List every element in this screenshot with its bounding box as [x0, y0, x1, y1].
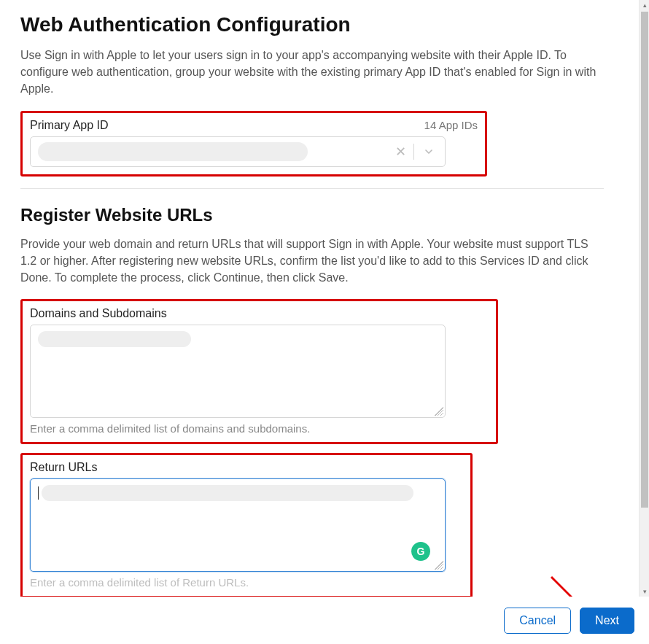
resize-handle-icon[interactable] — [435, 561, 443, 570]
chevron-down-icon[interactable] — [414, 146, 439, 158]
return-urls-help: Enter a comma delimited list of Return U… — [30, 576, 463, 589]
clear-icon[interactable]: ✕ — [388, 144, 413, 160]
return-urls-label: Return URLs — [30, 461, 463, 474]
grammarly-icon[interactable]: G — [411, 542, 430, 561]
return-urls-highlight: Return URLs G Enter a comma delimited li… — [20, 453, 473, 597]
redacted-value — [38, 142, 308, 161]
domains-highlight: Domains and Subdomains Enter a comma del… — [20, 299, 498, 444]
domains-help: Enter a comma delimited list of domains … — [30, 422, 489, 435]
primary-app-id-select[interactable]: ✕ — [30, 136, 446, 167]
register-urls-intro: Provide your web domain and return URLs … — [20, 236, 604, 287]
scroll-down-icon[interactable]: ▾ — [640, 586, 649, 597]
scrollbar[interactable]: ▴ ▾ — [639, 0, 649, 597]
register-urls-title: Register Website URLs — [20, 205, 618, 225]
config-panel: Web Authentication Configuration Use Sig… — [0, 0, 639, 597]
text-cursor — [38, 486, 39, 500]
redacted-value — [42, 485, 413, 501]
primary-app-id-count: 14 App IDs — [424, 119, 478, 131]
scrollbar-thumb[interactable] — [641, 12, 648, 508]
next-button[interactable]: Next — [580, 608, 634, 634]
domains-label: Domains and Subdomains — [30, 307, 489, 320]
page-intro: Use Sign in with Apple to let your users… — [20, 47, 604, 98]
primary-app-id-highlight: Primary App ID 14 App IDs ✕ — [20, 111, 487, 176]
primary-app-id-label: Primary App ID — [30, 119, 109, 132]
scroll-up-icon[interactable]: ▴ — [640, 0, 649, 10]
page-title: Web Authentication Configuration — [20, 13, 618, 36]
cancel-button[interactable]: Cancel — [504, 608, 571, 634]
footer: Cancel Next — [0, 597, 649, 644]
resize-handle-icon[interactable] — [435, 407, 443, 416]
section-divider — [20, 188, 604, 189]
redacted-value — [38, 331, 191, 347]
return-urls-textarea[interactable]: G — [30, 478, 446, 572]
domains-textarea[interactable] — [30, 325, 446, 418]
